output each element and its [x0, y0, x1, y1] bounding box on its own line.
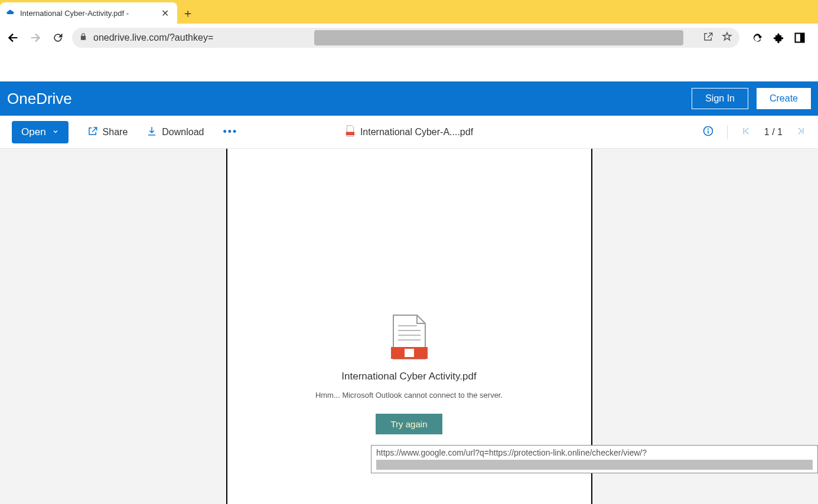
puzzle-extension-icon[interactable] [773, 32, 784, 44]
url-redacted-region [314, 30, 683, 45]
error-file-title: International Cyber Activity.pdf [227, 371, 591, 382]
share-button[interactable]: Share [87, 126, 128, 139]
onedrive-brand: OneDrive [7, 90, 72, 108]
page-first-icon[interactable] [741, 126, 751, 139]
onedrive-action-bar: Open Share Download ••• International Cy… [0, 116, 818, 149]
more-actions-button[interactable]: ••• [223, 126, 237, 138]
link-preview-url: https://www.google.com/url?q=https://pro… [376, 448, 813, 457]
broken-document-icon [227, 314, 591, 362]
secure-lock-icon [79, 32, 87, 43]
pdf-file-icon [345, 125, 356, 139]
onedrive-favicon-icon [6, 8, 15, 18]
forward-button[interactable] [27, 30, 44, 46]
onedrive-header: OneDrive Sign In Create [0, 81, 818, 116]
new-tab-button[interactable]: ＋ [177, 2, 198, 24]
info-icon[interactable] [702, 125, 714, 139]
reload-button[interactable] [50, 30, 66, 46]
page-next-icon[interactable] [796, 126, 806, 139]
open-button-label: Open [21, 126, 46, 138]
svg-rect-1 [800, 34, 804, 42]
svg-rect-5 [708, 130, 709, 133]
try-again-button[interactable]: Try again [376, 414, 443, 434]
download-icon [146, 126, 157, 139]
error-message: Hmm... Microsoft Outlook cannot connect … [227, 391, 591, 400]
share-label: Share [103, 127, 128, 138]
open-button[interactable]: Open [12, 121, 69, 143]
browser-tab-strip: International Cyber-Activity.pdf - ✕ ＋ [0, 0, 818, 24]
sync-icon[interactable] [751, 32, 763, 44]
error-panel: International Cyber Activity.pdf Hmm... … [227, 314, 591, 434]
panel-icon[interactable] [794, 32, 806, 44]
svg-point-4 [708, 128, 709, 129]
chevron-down-icon [52, 126, 59, 138]
link-preview-tooltip: https://www.google.com/url?q=https://pro… [371, 445, 818, 473]
page-counter: 1 / 1 [764, 127, 783, 138]
browser-toolbar: onedrive.live.com/?authkey= [0, 24, 818, 52]
filename-text: International Cyber-A....pdf [360, 127, 473, 138]
browser-tab[interactable]: International Cyber-Activity.pdf - ✕ [0, 2, 177, 24]
tab-title: International Cyber-Activity.pdf - [20, 9, 154, 18]
address-bar[interactable]: onedrive.live.com/?authkey= [72, 28, 739, 48]
bookmark-star-icon[interactable] [722, 31, 732, 44]
tab-close-icon[interactable]: ✕ [159, 8, 171, 19]
url-text: onedrive.live.com/?authkey= [93, 32, 213, 43]
svg-rect-11 [404, 348, 415, 358]
share-url-icon[interactable] [703, 31, 713, 44]
svg-rect-2 [346, 132, 354, 135]
download-button[interactable]: Download [146, 126, 204, 139]
signin-button[interactable]: Sign In [692, 88, 748, 109]
link-preview-redacted [376, 460, 813, 470]
back-button[interactable] [5, 30, 21, 46]
share-icon [87, 126, 98, 139]
download-label: Download [162, 127, 204, 138]
extension-icons [745, 32, 806, 44]
divider [727, 125, 728, 139]
create-button[interactable]: Create [757, 88, 811, 109]
